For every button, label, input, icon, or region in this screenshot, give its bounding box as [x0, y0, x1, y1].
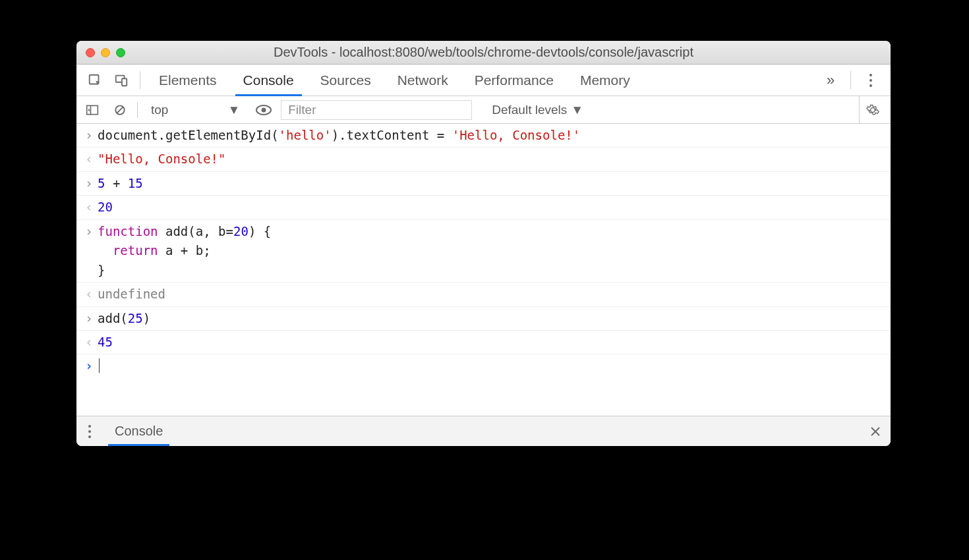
context-label: top [151, 103, 168, 117]
input-marker-icon [80, 222, 98, 241]
svg-rect-2 [122, 78, 127, 86]
minimize-window-button[interactable] [101, 48, 110, 57]
drawer: Console [76, 416, 891, 446]
console-input-row: 5 + 15 [76, 172, 891, 196]
input-marker-icon [80, 309, 98, 328]
inspect-element-icon[interactable] [82, 65, 108, 96]
output-marker-icon [80, 333, 98, 352]
code-content: 20 [98, 198, 113, 217]
input-marker-icon [80, 174, 98, 193]
console-settings-button[interactable] [859, 96, 885, 123]
settings-menu-button[interactable] [856, 65, 885, 96]
console-toolbar: top ▼ Default levels ▼ [76, 96, 891, 124]
code-content: document.getElementById('hello').textCon… [98, 126, 580, 145]
prompt-marker-icon [80, 356, 98, 376]
close-window-button[interactable] [86, 48, 95, 57]
drawer-tab-label: Console [115, 424, 163, 439]
console-output-row: undefined [76, 283, 891, 306]
code-content: 45 [98, 333, 113, 352]
live-expression-icon[interactable] [253, 100, 274, 120]
code-content: add(25) [98, 309, 150, 328]
drawer-menu-button[interactable] [76, 416, 103, 446]
output-marker-icon [80, 198, 98, 217]
output-marker-icon [80, 285, 98, 304]
filter-input[interactable] [281, 100, 472, 120]
chevron-down-icon: ▼ [227, 103, 240, 117]
console-output[interactable]: document.getElementById('hello').textCon… [76, 124, 891, 416]
more-tabs-button[interactable]: » [816, 65, 845, 96]
panel-tabs: ElementsConsoleSourcesNetworkPerformance… [76, 65, 891, 96]
devtools-window: DevTools - localhost:8080/web/tools/chro… [76, 41, 891, 446]
tab-network[interactable]: Network [384, 65, 461, 96]
window-controls [86, 48, 125, 57]
drawer-tab-console[interactable]: Console [103, 416, 175, 446]
clear-console-icon[interactable] [109, 100, 131, 120]
chevron-double-right-icon: » [827, 72, 835, 89]
filter-text-field[interactable] [287, 102, 466, 118]
tab-label: Sources [320, 72, 371, 88]
separator [137, 102, 138, 118]
close-drawer-button[interactable] [860, 416, 891, 446]
output-marker-icon [80, 150, 98, 169]
chevron-down-icon: ▼ [571, 103, 583, 117]
svg-point-8 [262, 107, 266, 112]
prompt-input[interactable] [98, 356, 100, 376]
tab-label: Performance [475, 72, 554, 88]
console-output-row: 20 [76, 196, 891, 219]
kebab-icon [88, 425, 91, 438]
tab-sources[interactable]: Sources [307, 65, 384, 96]
code-content: "Hello, Console!" [98, 150, 225, 169]
kebab-icon [869, 74, 872, 87]
levels-label: Default levels [492, 103, 567, 117]
tab-label: Network [397, 72, 448, 88]
zoom-window-button[interactable] [116, 48, 125, 57]
code-content: 5 + 15 [98, 174, 143, 193]
toggle-sidebar-icon[interactable] [82, 100, 103, 120]
log-levels-selector[interactable]: Default levels ▼ [492, 103, 583, 117]
console-prompt[interactable] [76, 354, 891, 378]
separator [140, 71, 140, 89]
window-title: DevTools - localhost:8080/web/tools/chro… [76, 45, 891, 60]
tab-label: Console [243, 72, 294, 88]
device-toolbar-icon[interactable] [108, 65, 134, 96]
tab-memory[interactable]: Memory [567, 65, 643, 96]
tab-elements[interactable]: Elements [146, 65, 230, 96]
code-content: undefined [98, 285, 165, 304]
tab-label: Memory [580, 72, 630, 88]
tab-console[interactable]: Console [230, 65, 307, 96]
tab-label: Elements [159, 72, 217, 88]
code-content: function add(a, b=20) { return a + b; } [98, 222, 271, 280]
tab-performance[interactable]: Performance [461, 65, 567, 96]
console-input-row: document.getElementById('hello').textCon… [76, 124, 891, 148]
console-input-row: function add(a, b=20) { return a + b; } [76, 220, 891, 283]
separator [850, 71, 851, 89]
console-input-row: add(25) [76, 307, 891, 331]
console-output-row: 45 [76, 331, 891, 354]
titlebar: DevTools - localhost:8080/web/tools/chro… [76, 41, 891, 65]
execution-context-selector[interactable]: top ▼ [144, 103, 247, 117]
console-output-row: "Hello, Console!" [76, 148, 891, 171]
svg-line-6 [117, 107, 123, 113]
input-marker-icon [80, 126, 98, 145]
